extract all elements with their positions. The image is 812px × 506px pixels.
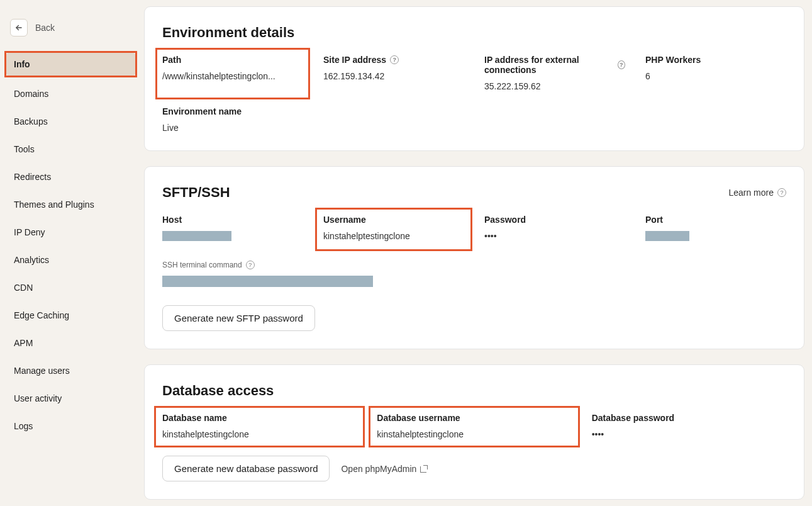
db-password-value: •••• <box>592 429 786 439</box>
nav-item-apm[interactable]: APM <box>6 332 135 354</box>
nav-item-edge-caching[interactable]: Edge Caching <box>6 304 135 327</box>
nav-item-backups[interactable]: Backups <box>6 110 135 133</box>
environment-title: Environment details <box>162 25 786 41</box>
generate-sftp-password-button[interactable]: Generate new SFTP password <box>162 305 315 331</box>
back-button[interactable] <box>10 19 28 37</box>
nav-item-cdn[interactable]: CDN <box>6 276 135 299</box>
sftp-title: SFTP/SSH <box>162 184 230 201</box>
environment-name-field: Environment name Live <box>162 106 303 133</box>
back-label: Back <box>35 23 55 33</box>
nav-item-highlight: Info <box>4 51 137 77</box>
help-icon[interactable] <box>618 60 625 69</box>
sftp-card: SFTP/SSH Learn more Host Username kinsta… <box>144 166 804 349</box>
learn-more-link[interactable]: Learn more <box>728 188 786 198</box>
php-workers-field: PHP Workers 6 <box>645 55 786 91</box>
external-ip-field: IP address for external connections 35.2… <box>484 55 625 91</box>
port-value-redacted <box>645 231 689 241</box>
nav-item-redirects[interactable]: Redirects <box>6 166 135 188</box>
db-username-field-highlight: Database username kinstahelptestingclone <box>369 406 579 447</box>
sftp-password-field: Password •••• <box>484 215 625 243</box>
nav-item-analytics[interactable]: Analytics <box>6 249 135 271</box>
host-value-redacted <box>162 231 231 241</box>
db-name-label: Database name <box>162 413 357 423</box>
username-field-highlight: Username kinstahelptestingclone <box>315 208 472 251</box>
help-icon[interactable] <box>390 55 399 64</box>
sftp-username-label: Username <box>323 215 464 225</box>
host-label: Host <box>162 215 303 225</box>
nav-item-logs[interactable]: Logs <box>6 415 135 437</box>
database-title: Database access <box>162 383 786 399</box>
port-field: Port <box>645 215 786 243</box>
ssh-command-redacted <box>162 276 373 287</box>
site-ip-value: 162.159.134.42 <box>323 71 464 81</box>
nav-list: InfoDomainsBackupsToolsRedirectsThemes a… <box>6 53 135 442</box>
help-icon <box>777 188 786 197</box>
nav-item-user-activity[interactable]: User activity <box>6 387 135 410</box>
sftp-password-label: Password <box>484 215 625 225</box>
arrow-left-icon <box>14 23 23 32</box>
main-content: Environment details Path /www/kinstahelp… <box>142 0 812 506</box>
external-ip-value: 35.222.159.62 <box>484 81 625 91</box>
sftp-password-value: •••• <box>484 231 625 241</box>
db-password-label: Database password <box>592 413 786 423</box>
path-value: /www/kinstahelptestingclon... <box>162 71 303 81</box>
environment-card: Environment details Path /www/kinstahelp… <box>144 6 804 151</box>
open-phpmyadmin-link[interactable]: Open phpMyAdmin <box>341 464 428 474</box>
site-ip-field: Site IP address 162.159.134.42 <box>323 55 464 91</box>
nav-item-ip-deny[interactable]: IP Deny <box>6 221 135 244</box>
sftp-username-value: kinstahelptestingclone <box>323 231 464 241</box>
nav-item-info[interactable]: Info <box>6 53 135 76</box>
help-icon[interactable] <box>246 261 255 269</box>
nav-item-domains[interactable]: Domains <box>6 82 135 105</box>
nav-item-manage-users[interactable]: Manage users <box>6 359 135 382</box>
sidebar: Back InfoDomainsBackupsToolsRedirectsThe… <box>0 0 142 506</box>
generate-db-password-button[interactable]: Generate new database password <box>162 456 330 481</box>
db-password-field: Database password •••• <box>592 413 786 439</box>
db-username-label: Database username <box>377 413 571 423</box>
site-ip-label: Site IP address <box>323 55 464 65</box>
nav-item-tools[interactable]: Tools <box>6 138 135 160</box>
external-link-icon <box>420 465 428 473</box>
database-card: Database access Database name kinstahelp… <box>144 364 804 500</box>
path-field-highlight: Path /www/kinstahelptestingclon... <box>155 48 310 99</box>
ssh-command-label: SSH terminal command <box>162 261 786 269</box>
php-workers-label: PHP Workers <box>645 55 786 65</box>
path-label: Path <box>162 55 303 65</box>
environment-name-label: Environment name <box>162 106 303 116</box>
environment-name-value: Live <box>162 123 303 133</box>
ssh-command-row: SSH terminal command <box>162 261 786 289</box>
nav-item-themes-and-plugins[interactable]: Themes and Plugins <box>6 193 135 216</box>
db-name-field-highlight: Database name kinstahelptestingclone <box>154 406 365 447</box>
port-label: Port <box>645 215 786 225</box>
db-name-value: kinstahelptestingclone <box>162 429 357 439</box>
db-username-value: kinstahelptestingclone <box>377 429 571 439</box>
host-field: Host <box>162 215 303 243</box>
back-row: Back <box>6 19 135 37</box>
php-workers-value: 6 <box>645 71 786 81</box>
external-ip-label: IP address for external connections <box>484 55 625 75</box>
